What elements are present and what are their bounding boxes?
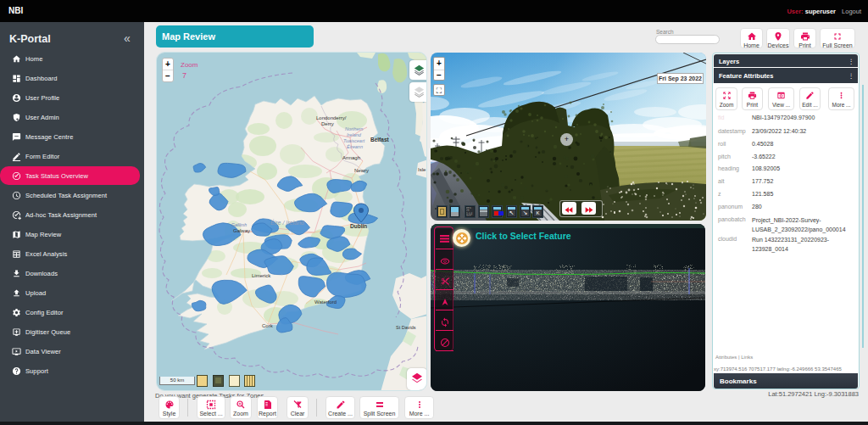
svg-text:Armagh: Armagh <box>342 155 360 160</box>
svg-text:Ireland: Ireland <box>347 132 362 137</box>
svg-text:Cork: Cork <box>262 323 274 328</box>
svg-text:Isle o: Isle o <box>418 167 427 172</box>
svg-text:Waterford: Waterford <box>314 299 337 305</box>
svg-text:Londonderry/: Londonderry/ <box>316 115 347 120</box>
svg-text:Gaillimh: Gaillimh <box>231 222 247 227</box>
svg-text:Newry: Newry <box>354 168 369 173</box>
svg-text:Éire / Ireland: Éire / Ireland <box>270 219 305 226</box>
svg-text:Tuaisceart: Tuaisceart <box>343 138 365 143</box>
svg-text:Northern: Northern <box>345 126 363 131</box>
svg-text:Belfast: Belfast <box>370 137 390 143</box>
svg-text:Derry: Derry <box>321 121 334 126</box>
svg-text:Galway: Galway <box>233 228 250 233</box>
svg-text:Dublin: Dublin <box>350 223 367 229</box>
svg-text:Éireann: Éireann <box>347 144 363 149</box>
svg-text:Limerick: Limerick <box>252 273 271 278</box>
svg-text:St Davids: St Davids <box>396 325 416 330</box>
